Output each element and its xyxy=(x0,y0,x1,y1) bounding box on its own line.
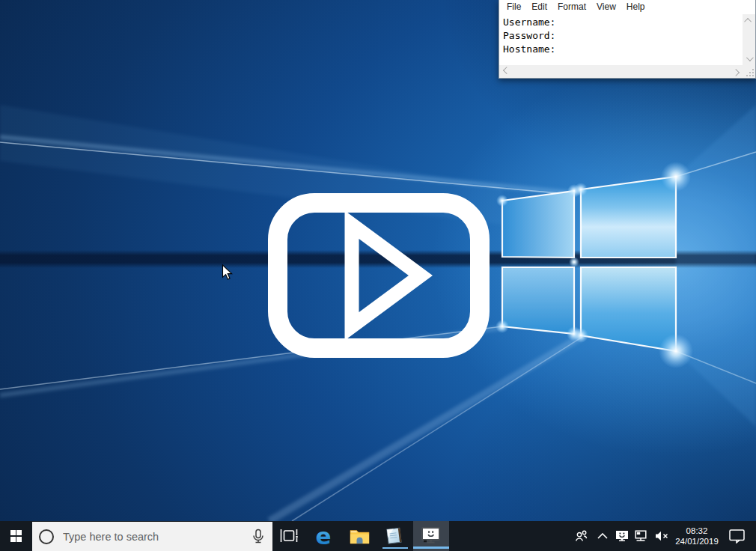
task-view-icon xyxy=(280,529,298,544)
scroll-right-button[interactable] xyxy=(731,65,743,78)
text-line: Password: xyxy=(503,29,743,43)
scrollbar-track[interactable] xyxy=(512,65,731,78)
menu-help[interactable]: Help xyxy=(621,0,650,14)
menu-file[interactable]: File xyxy=(502,0,526,14)
svg-text:e: e xyxy=(315,524,331,548)
chevron-down-icon xyxy=(746,54,754,61)
chevron-up-icon xyxy=(744,18,752,25)
video-play-overlay[interactable] xyxy=(268,193,490,358)
resize-grip-icon[interactable] xyxy=(743,65,755,78)
chevron-left-icon xyxy=(503,67,510,74)
edge-icon: e xyxy=(312,524,335,548)
tray-viewer-button[interactable] xyxy=(612,521,632,551)
active-indicator xyxy=(413,547,449,549)
logo-panes xyxy=(502,177,676,351)
tray-network-button[interactable] xyxy=(632,521,651,551)
taskbar-app-edge[interactable]: e xyxy=(305,521,341,551)
chevron-up-icon xyxy=(597,533,608,539)
scroll-left-button[interactable] xyxy=(499,65,512,78)
tray-people-button[interactable] xyxy=(569,521,593,551)
tray-volume-button[interactable] xyxy=(651,521,672,551)
taskbar-app-viewer[interactable] xyxy=(413,521,449,551)
logo-pane-bottom-left xyxy=(502,267,574,334)
notepad-window: File Edit Format View Help Username: Pas… xyxy=(499,0,756,79)
system-tray: 08:32 24/01/2019 xyxy=(569,521,756,551)
microphone-icon[interactable] xyxy=(252,529,265,545)
action-center-button[interactable] xyxy=(722,521,753,551)
notepad-menubar: File Edit Format View Help xyxy=(499,0,755,14)
menu-format[interactable]: Format xyxy=(552,0,591,14)
text-line: Username: xyxy=(503,16,743,29)
logo-pane-bottom-right xyxy=(581,267,676,351)
folder-icon xyxy=(350,529,370,544)
task-view-button[interactable] xyxy=(272,521,305,551)
chevron-right-icon xyxy=(732,69,740,76)
logo-pane-top-left xyxy=(502,191,574,258)
people-icon xyxy=(575,530,588,542)
text-line: Hostname: xyxy=(503,43,743,56)
volume-muted-icon xyxy=(655,531,668,541)
clock-date: 24/01/2019 xyxy=(675,536,719,547)
network-icon xyxy=(635,530,648,542)
vertical-scrollbar[interactable] xyxy=(743,14,755,65)
monitor-smiley-icon xyxy=(421,527,442,545)
clock-time: 08:32 xyxy=(686,526,708,536)
tray-monitor-smiley-icon xyxy=(615,530,629,542)
notepad-text-area[interactable]: Username: Password: Hostname: xyxy=(499,14,743,65)
taskbar-app-explorer[interactable] xyxy=(341,521,377,551)
running-indicator xyxy=(382,547,408,549)
horizontal-scrollbar[interactable] xyxy=(499,65,755,78)
action-center-icon xyxy=(729,529,746,544)
taskbar: e xyxy=(0,521,756,551)
play-triangle-icon xyxy=(322,210,442,341)
scroll-up-button[interactable] xyxy=(743,14,755,27)
tray-hidden-icons-button[interactable] xyxy=(593,521,612,551)
search-input[interactable] xyxy=(54,531,252,543)
cortana-circle-icon xyxy=(39,529,54,544)
logo-pane-top-right xyxy=(581,177,676,258)
desktop-root: File Edit Format View Help Username: Pas… xyxy=(0,0,756,551)
notepad-icon xyxy=(385,526,405,546)
search-box[interactable] xyxy=(32,522,272,551)
windows-logo-icon xyxy=(10,530,22,542)
scroll-down-button[interactable] xyxy=(743,52,755,65)
taskbar-clock[interactable]: 08:32 24/01/2019 xyxy=(672,521,722,551)
start-button[interactable] xyxy=(0,521,32,551)
taskbar-app-notepad[interactable] xyxy=(377,521,413,551)
menu-view[interactable]: View xyxy=(591,0,621,14)
menu-edit[interactable]: Edit xyxy=(526,0,552,14)
